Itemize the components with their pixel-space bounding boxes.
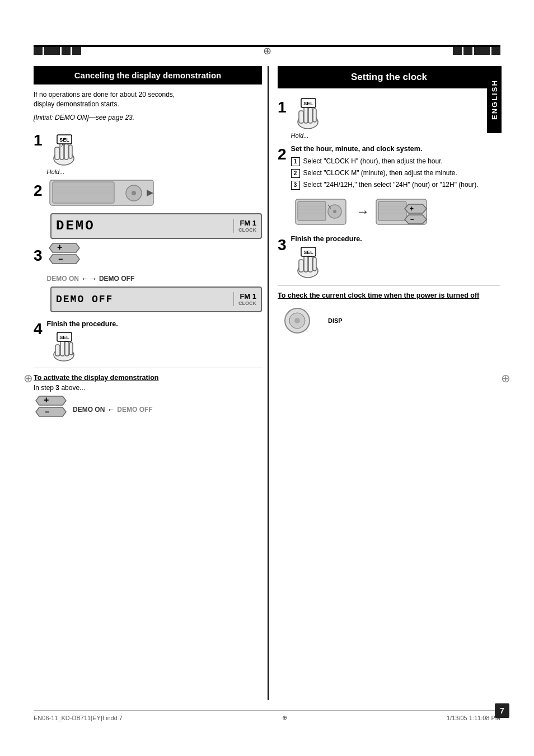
step1-number: 1 [34, 132, 43, 149]
left-column: Canceling the display demonstration If n… [34, 66, 269, 700]
svg-rect-58 [308, 256, 312, 272]
svg-rect-3 [64, 144, 68, 159]
svg-text:−: − [410, 216, 414, 223]
disp-label: DISP [328, 317, 343, 324]
right-step3-sel-illustration: SEL [291, 243, 330, 279]
substep1: 1 Select "CLOCK H" (hour), then adjust t… [291, 157, 479, 166]
step2-number: 2 [34, 182, 43, 200]
display1-fm: FM 1 CLOCK [233, 219, 256, 233]
svg-marker-29 [36, 407, 66, 416]
activate-demo-labels: DEMO ON ← DEMO OFF [73, 405, 153, 414]
right-step1-hold-label: Hold... [291, 132, 330, 139]
footer-left: EN06-11_KD-DB711[EY]f.indd 7 [34, 715, 123, 721]
display1-text: DEMO [56, 218, 95, 233]
sq6 [463, 47, 472, 55]
right-divider [278, 285, 500, 286]
right-step2-content: Set the hour, minute, and clock system. … [291, 144, 479, 192]
sq8 [491, 47, 500, 55]
step4-text: Finish the procedure. [47, 320, 118, 328]
step1-content: SEL Hold... [47, 130, 86, 175]
left-section-title-box: Canceling the display demonstration [34, 66, 262, 84]
svg-rect-4 [69, 145, 72, 158]
svg-point-14 [132, 191, 136, 195]
right-step3-content: Finish the procedure. SEL [291, 235, 362, 281]
step1-row: 1 SEL Hold... [34, 127, 262, 175]
intro-italic: [Initial: DEMO ON]—see page 23. [34, 114, 262, 121]
right-step2-row: 2 Set the hour, minute, and clock system… [278, 141, 500, 192]
clock-adjust-illustration: → + − [294, 196, 500, 227]
display2-text: DEMO OFF [56, 294, 113, 305]
svg-rect-34 [308, 107, 312, 123]
svg-point-44 [333, 210, 336, 213]
sq4 [72, 47, 81, 55]
svg-rect-1 [55, 147, 59, 159]
right-column: ENGLISH Setting the clock 1 SEL Hold... [269, 66, 500, 700]
display2-fm: FM 1 CLOCK [233, 292, 256, 306]
main-content: Canceling the display demonstration If n… [34, 66, 500, 700]
sq3 [62, 47, 71, 55]
svg-text:SEL: SEL [59, 137, 69, 143]
act-demo-on-label: DEMO ON [73, 406, 105, 414]
right-step3-text: Finish the procedure. [291, 235, 362, 243]
english-tab: ENGLISH [487, 66, 502, 133]
step2-unit-illustration [47, 177, 159, 208]
svg-rect-35 [313, 109, 316, 122]
disp-knob [278, 304, 322, 337]
page-number: 7 [495, 703, 509, 718]
sq1 [34, 47, 43, 55]
right-step3-row: 3 Finish the procedure. SEL [278, 232, 500, 281]
right-crosshair: ⊕ [501, 372, 510, 385]
svg-text:−: − [45, 407, 49, 416]
svg-text:+: + [410, 205, 414, 213]
right-section-title: Setting the clock [284, 72, 494, 83]
svg-text:+: + [57, 242, 62, 252]
sq2 [44, 47, 60, 55]
svg-rect-24 [69, 342, 73, 355]
step4-sel-illustration: SEL [47, 328, 86, 361]
bar-right-squares [453, 47, 500, 55]
right-step1-sel-illustration: SEL [291, 94, 330, 130]
right-step2-text: Set the hour, minute, and clock system. [291, 144, 479, 154]
bar-left-squares [34, 47, 81, 55]
svg-rect-57 [304, 255, 308, 272]
left-section-title: Canceling the display demonstration [40, 71, 255, 80]
svg-rect-39 [298, 201, 326, 220]
footnote-title: To check the current clock time when the… [278, 292, 500, 299]
right-step1-content: SEL Hold... [291, 94, 330, 139]
display2-container: DEMO OFF FM 1 CLOCK [50, 287, 262, 312]
subsection-text: In step 3 above... [34, 384, 262, 392]
display1-container: DEMO FM 1 CLOCK [50, 213, 262, 239]
step3-content: + − DEMO ON ←→ DEMO OFF [47, 242, 135, 283]
step4-content: Finish the procedure. SEL [47, 320, 118, 363]
right-step3-number: 3 [278, 236, 287, 254]
footer-right: 1/13/05 1:11:08 PM [447, 715, 500, 721]
step3-vol-illustration: + − [47, 242, 81, 271]
right-step2-container: 2 Set the hour, minute, and clock system… [278, 141, 500, 192]
svg-marker-16 [49, 243, 79, 252]
step3-row: 3 + − DEMO ON ←→ DEMO OFF [34, 242, 262, 283]
display1-panel: DEMO FM 1 CLOCK [50, 213, 262, 239]
svg-text:SEL: SEL [303, 250, 313, 255]
left-crosshair: ⊕ [24, 372, 33, 385]
step2-content [47, 177, 262, 210]
svg-text:SEL: SEL [303, 101, 313, 106]
act-demo-off-label: DEMO OFF [117, 406, 152, 414]
svg-rect-59 [313, 257, 316, 271]
svg-rect-9 [53, 182, 114, 203]
substep3-text: Select "24H/12H," then select "24H" (hou… [303, 180, 479, 190]
demo-off-label: DEMO OFF [99, 275, 134, 283]
svg-text:+: + [44, 395, 49, 405]
subsection-divider [34, 368, 262, 368]
svg-text:SEL: SEL [59, 335, 69, 340]
right-step2-number: 2 [278, 145, 287, 163]
demo-on-label: DEMO ON [47, 275, 79, 283]
display2-panel: DEMO OFF FM 1 CLOCK [50, 287, 262, 312]
svg-rect-33 [304, 106, 308, 123]
step4-row: 4 Finish the procedure. SEL [34, 316, 262, 363]
substep3: 3 Select "24H/12H," then select "24H" (h… [291, 180, 479, 190]
sq7 [474, 47, 490, 55]
step1-hold-label: Hold... [47, 168, 86, 175]
clock-arrow: → [356, 204, 369, 219]
right-section-title-box: Setting the clock [278, 66, 500, 88]
svg-text:−: − [58, 255, 63, 264]
